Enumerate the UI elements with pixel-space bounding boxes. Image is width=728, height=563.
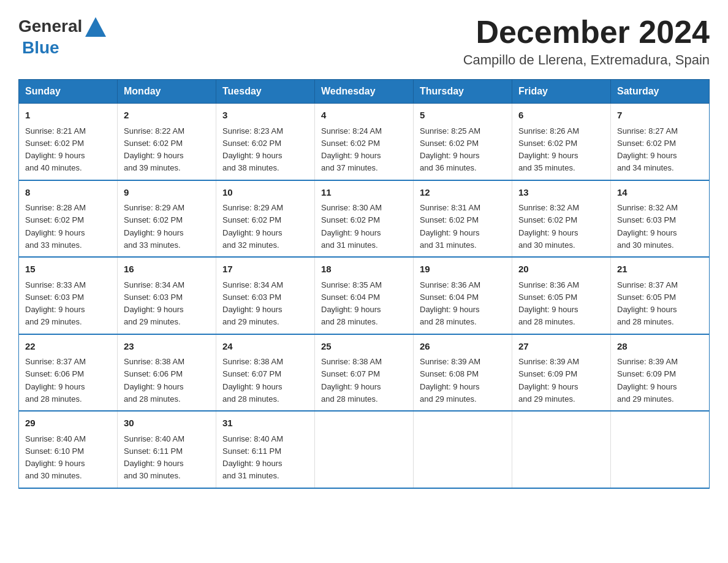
calendar-cell-13: 13 Sunrise: 8:32 AMSunset: 6:02 PMDaylig…: [512, 180, 611, 258]
calendar-cell-12: 12 Sunrise: 8:31 AMSunset: 6:02 PMDaylig…: [414, 180, 512, 258]
day-info: Sunrise: 8:39 AMSunset: 6:09 PMDaylight:…: [617, 357, 678, 404]
day-number: 17: [222, 262, 308, 277]
day-info: Sunrise: 8:23 AMSunset: 6:02 PMDaylight:…: [222, 126, 283, 173]
day-number: 6: [518, 109, 604, 123]
day-info: Sunrise: 8:25 AMSunset: 6:02 PMDaylight:…: [420, 126, 480, 173]
calendar-cell-21: 21 Sunrise: 8:37 AMSunset: 6:05 PMDaylig…: [611, 257, 710, 334]
weekday-header-monday: Monday: [118, 80, 216, 104]
week-row-2: 8 Sunrise: 8:28 AMSunset: 6:02 PMDayligh…: [19, 180, 710, 258]
day-info: Sunrise: 8:34 AMSunset: 6:03 PMDaylight:…: [222, 280, 283, 327]
logo: General Blue: [18, 15, 107, 58]
calendar-cell-empty: [414, 411, 512, 488]
week-row-5: 29 Sunrise: 8:40 AMSunset: 6:10 PMDaylig…: [19, 411, 710, 488]
day-number: 27: [518, 340, 604, 354]
calendar-cell-6: 6 Sunrise: 8:26 AMSunset: 6:02 PMDayligh…: [512, 104, 611, 180]
day-info: Sunrise: 8:32 AMSunset: 6:03 PMDaylight:…: [617, 203, 678, 250]
day-info: Sunrise: 8:27 AMSunset: 6:02 PMDaylight:…: [617, 126, 678, 173]
logo-general-text: General: [18, 17, 82, 36]
day-number: 13: [518, 186, 604, 200]
day-number: 26: [420, 340, 506, 354]
day-number: 10: [222, 186, 308, 200]
weekday-header-row: SundayMondayTuesdayWednesdayThursdayFrid…: [19, 80, 710, 104]
day-info: Sunrise: 8:39 AMSunset: 6:08 PMDaylight:…: [420, 357, 480, 404]
title-area: December 2024 Campillo de Llerena, Extre…: [463, 15, 710, 68]
day-number: 8: [25, 186, 111, 200]
weekday-header-tuesday: Tuesday: [216, 80, 315, 104]
day-info: Sunrise: 8:30 AMSunset: 6:02 PMDaylight:…: [321, 203, 382, 250]
day-number: 2: [124, 109, 210, 123]
calendar-cell-17: 17 Sunrise: 8:34 AMSunset: 6:03 PMDaylig…: [216, 257, 315, 334]
calendar-cell-11: 11 Sunrise: 8:30 AMSunset: 6:02 PMDaylig…: [315, 180, 414, 258]
calendar-cell-empty: [315, 411, 414, 488]
day-info: Sunrise: 8:36 AMSunset: 6:05 PMDaylight:…: [518, 280, 579, 327]
day-info: Sunrise: 8:39 AMSunset: 6:09 PMDaylight:…: [518, 357, 579, 404]
day-number: 5: [420, 109, 506, 123]
day-info: Sunrise: 8:28 AMSunset: 6:02 PMDaylight:…: [25, 203, 86, 250]
day-info: Sunrise: 8:32 AMSunset: 6:02 PMDaylight:…: [518, 203, 579, 250]
calendar-cell-empty: [611, 411, 710, 488]
day-info: Sunrise: 8:40 AMSunset: 6:10 PMDaylight:…: [25, 434, 86, 481]
day-info: Sunrise: 8:36 AMSunset: 6:04 PMDaylight:…: [420, 280, 480, 327]
calendar-cell-3: 3 Sunrise: 8:23 AMSunset: 6:02 PMDayligh…: [216, 104, 315, 180]
day-number: 12: [420, 186, 506, 200]
header: General Blue December 2024 Campillo de L…: [18, 15, 710, 68]
calendar-cell-4: 4 Sunrise: 8:24 AMSunset: 6:02 PMDayligh…: [315, 104, 414, 180]
day-number: 7: [617, 109, 703, 123]
calendar-cell-14: 14 Sunrise: 8:32 AMSunset: 6:03 PMDaylig…: [611, 180, 710, 258]
calendar-cell-26: 26 Sunrise: 8:39 AMSunset: 6:08 PMDaylig…: [414, 334, 512, 412]
day-number: 18: [321, 262, 407, 277]
calendar-cell-7: 7 Sunrise: 8:27 AMSunset: 6:02 PMDayligh…: [611, 104, 710, 180]
calendar-cell-28: 28 Sunrise: 8:39 AMSunset: 6:09 PMDaylig…: [611, 334, 710, 412]
day-info: Sunrise: 8:33 AMSunset: 6:03 PMDaylight:…: [25, 280, 86, 327]
weekday-header-sunday: Sunday: [19, 80, 118, 104]
calendar-cell-15: 15 Sunrise: 8:33 AMSunset: 6:03 PMDaylig…: [19, 257, 118, 334]
calendar-cell-empty: [512, 411, 611, 488]
day-number: 24: [222, 340, 308, 354]
calendar-cell-24: 24 Sunrise: 8:38 AMSunset: 6:07 PMDaylig…: [216, 334, 315, 412]
day-number: 15: [25, 262, 111, 277]
calendar-cell-20: 20 Sunrise: 8:36 AMSunset: 6:05 PMDaylig…: [512, 257, 611, 334]
calendar-cell-16: 16 Sunrise: 8:34 AMSunset: 6:03 PMDaylig…: [118, 257, 216, 334]
page-title: December 2024: [463, 15, 710, 50]
day-info: Sunrise: 8:29 AMSunset: 6:02 PMDaylight:…: [124, 203, 184, 250]
day-number: 21: [617, 262, 703, 277]
week-row-3: 15 Sunrise: 8:33 AMSunset: 6:03 PMDaylig…: [19, 257, 710, 334]
day-number: 28: [617, 340, 703, 354]
day-number: 11: [321, 186, 407, 200]
logo-blue-text: Blue: [22, 38, 59, 57]
day-info: Sunrise: 8:34 AMSunset: 6:03 PMDaylight:…: [124, 280, 184, 327]
day-number: 14: [617, 186, 703, 200]
week-row-1: 1 Sunrise: 8:21 AMSunset: 6:02 PMDayligh…: [19, 104, 710, 180]
day-number: 22: [25, 340, 111, 354]
day-info: Sunrise: 8:29 AMSunset: 6:02 PMDaylight:…: [222, 203, 283, 250]
calendar-cell-2: 2 Sunrise: 8:22 AMSunset: 6:02 PMDayligh…: [118, 104, 216, 180]
day-number: 31: [222, 416, 308, 431]
calendar-cell-8: 8 Sunrise: 8:28 AMSunset: 6:02 PMDayligh…: [19, 180, 118, 258]
day-info: Sunrise: 8:38 AMSunset: 6:07 PMDaylight:…: [321, 357, 382, 404]
day-number: 3: [222, 109, 308, 123]
calendar-table: SundayMondayTuesdayWednesdayThursdayFrid…: [18, 79, 710, 489]
day-number: 1: [25, 109, 111, 123]
day-info: Sunrise: 8:37 AMSunset: 6:06 PMDaylight:…: [25, 357, 86, 404]
page-subtitle: Campillo de Llerena, Extremadura, Spain: [463, 52, 710, 68]
day-info: Sunrise: 8:22 AMSunset: 6:02 PMDaylight:…: [124, 126, 184, 173]
day-info: Sunrise: 8:21 AMSunset: 6:02 PMDaylight:…: [25, 126, 86, 173]
day-info: Sunrise: 8:24 AMSunset: 6:02 PMDaylight:…: [321, 126, 382, 173]
day-number: 16: [124, 262, 210, 277]
weekday-header-friday: Friday: [512, 80, 611, 104]
weekday-header-saturday: Saturday: [611, 80, 710, 104]
calendar-cell-23: 23 Sunrise: 8:38 AMSunset: 6:06 PMDaylig…: [118, 334, 216, 412]
day-number: 29: [25, 416, 111, 431]
week-row-4: 22 Sunrise: 8:37 AMSunset: 6:06 PMDaylig…: [19, 334, 710, 412]
calendar-cell-27: 27 Sunrise: 8:39 AMSunset: 6:09 PMDaylig…: [512, 334, 611, 412]
day-number: 19: [420, 262, 506, 277]
day-number: 4: [321, 109, 407, 123]
day-number: 23: [124, 340, 210, 354]
day-number: 20: [518, 262, 604, 277]
day-number: 30: [124, 416, 210, 431]
day-number: 25: [321, 340, 407, 354]
weekday-header-thursday: Thursday: [414, 80, 512, 104]
calendar-cell-30: 30 Sunrise: 8:40 AMSunset: 6:11 PMDaylig…: [118, 411, 216, 488]
day-info: Sunrise: 8:38 AMSunset: 6:06 PMDaylight:…: [124, 357, 184, 404]
day-info: Sunrise: 8:26 AMSunset: 6:02 PMDaylight:…: [518, 126, 579, 173]
